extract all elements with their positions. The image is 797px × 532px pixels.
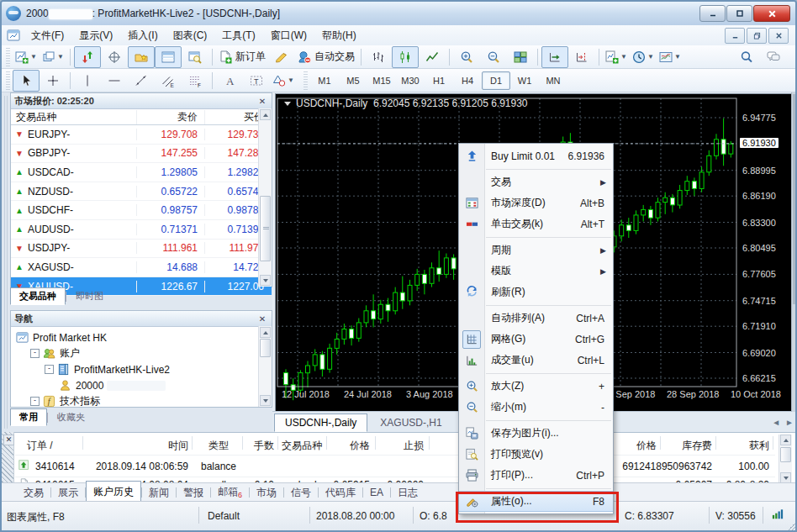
line-chart-button[interactable] xyxy=(419,46,446,68)
timeframe-mn[interactable]: MN xyxy=(539,71,567,90)
context-menu-item-4[interactable]: 单击交易(k)Alt+T xyxy=(459,213,613,234)
market-watch-row[interactable]: ▼USDJPY-111.961111.978 xyxy=(11,240,272,259)
column-header-bid[interactable]: 卖价 xyxy=(137,110,205,124)
toolbar-grip[interactable] xyxy=(6,71,10,90)
candles-button[interactable] xyxy=(392,46,419,68)
scroll-down-icon[interactable] xyxy=(260,275,271,286)
search-button[interactable] xyxy=(733,46,760,68)
chart-tab-1[interactable]: XAGUSD-,H1 xyxy=(369,413,452,432)
column-header-symbol[interactable]: 交易品种 xyxy=(11,110,137,124)
tree-expander-icon[interactable]: - xyxy=(30,397,40,406)
channel-button[interactable]: E xyxy=(155,70,182,92)
market-watch-tab-1[interactable]: 即时图 xyxy=(66,287,113,305)
crosshair-button[interactable] xyxy=(40,70,66,92)
terminal-tab-8[interactable]: 代码库 xyxy=(319,484,362,502)
shapes-button[interactable]: ▼ xyxy=(270,70,297,92)
menu-2[interactable]: 插入(I) xyxy=(120,26,165,45)
timeframe-m30[interactable]: M30 xyxy=(396,71,425,90)
context-menu-item-17[interactable]: 保存为图片(i)... xyxy=(459,423,613,444)
terminal-tab-5[interactable]: 邮箱6 xyxy=(211,483,249,501)
market-watch-row[interactable]: ▼EURJPY-129.708129.730 xyxy=(11,125,272,145)
market-watch-button[interactable] xyxy=(74,46,101,68)
text-button[interactable]: A xyxy=(216,70,243,92)
context-menu-item-18[interactable]: 打印预览(v) xyxy=(459,444,613,465)
context-menu-item-0[interactable]: Buy Limit 0.016.91936 xyxy=(459,145,613,166)
market-watch-row[interactable]: ▲AUDUSD-0.713710.71390 xyxy=(11,220,272,240)
maximize-button[interactable] xyxy=(726,5,752,22)
context-menu-item-8[interactable]: 刷新(R) xyxy=(459,282,613,303)
timeframe-h4[interactable]: H4 xyxy=(453,71,482,90)
menu-6[interactable]: 帮助(H) xyxy=(314,26,364,45)
child-restore-button[interactable] xyxy=(747,28,767,44)
vline-button[interactable] xyxy=(74,70,101,92)
scroll-up-icon[interactable] xyxy=(260,109,271,120)
terminal-tab-7[interactable]: 信号 xyxy=(284,484,318,502)
toolbar-grip[interactable] xyxy=(303,71,308,90)
tree-item[interactable]: -ProfitMarketHK-Live2 xyxy=(11,361,272,377)
terminal-tab-1[interactable]: 展示 xyxy=(51,484,85,502)
chart-menu-caret-icon[interactable] xyxy=(284,102,291,106)
timeframe-w1[interactable]: W1 xyxy=(510,71,539,90)
data-window-button[interactable] xyxy=(101,46,128,68)
timeframe-h1[interactable]: H1 xyxy=(425,71,453,90)
navigator-tab-0[interactable]: 常用 xyxy=(10,408,47,426)
timeframe-d1[interactable]: D1 xyxy=(482,71,510,90)
navigator-scrollbar[interactable] xyxy=(258,326,272,407)
scroll-down-icon[interactable] xyxy=(260,395,271,406)
tree-expander-icon[interactable]: - xyxy=(45,365,54,374)
chart-right-scrollbar[interactable] xyxy=(791,92,797,412)
tile-windows-button[interactable] xyxy=(507,46,534,68)
context-menu-item-3[interactable]: 市场深度(D)Alt+B xyxy=(459,192,613,213)
toolbar-grip[interactable] xyxy=(6,48,10,66)
tree-expander-icon[interactable]: - xyxy=(30,349,40,358)
terminal-close-icon[interactable]: ✕ xyxy=(3,435,14,445)
chart-shift-button[interactable] xyxy=(568,46,595,68)
price-axis[interactable]: 6.947756.889956.861906.833006.804956.776… xyxy=(737,93,791,413)
context-menu-item-11[interactable]: 网格(G)Ctrl+G xyxy=(459,329,613,350)
market-watch-scrollbar[interactable] xyxy=(258,108,272,287)
scroll-thumb[interactable] xyxy=(260,196,271,261)
terminal-tab-0[interactable]: 交易 xyxy=(17,484,50,502)
context-menu-item-2[interactable]: 交易▶ xyxy=(459,171,613,192)
scroll-up-icon[interactable] xyxy=(780,435,791,445)
scroll-up-icon[interactable] xyxy=(260,327,271,338)
autoscroll-button[interactable] xyxy=(541,46,568,68)
context-menu-item-14[interactable]: 放大(Z)+ xyxy=(459,376,613,397)
scroll-thumb[interactable] xyxy=(260,339,271,357)
tab-scroll-left-icon[interactable]: ◄ xyxy=(772,418,780,427)
timeframe-m1[interactable]: M1 xyxy=(310,71,339,90)
terminal-button[interactable] xyxy=(155,46,182,68)
zoom-in-button[interactable] xyxy=(453,46,480,68)
terminal-scrollbar[interactable] xyxy=(779,435,792,483)
tester-button[interactable] xyxy=(182,46,208,68)
cursor-button[interactable] xyxy=(13,70,40,92)
timeframe-m15[interactable]: M15 xyxy=(367,71,396,90)
market-watch-row[interactable]: ▲USDCAD-1.298051.29828 xyxy=(11,163,272,182)
navigator-tab-1[interactable]: 收藏夹 xyxy=(48,408,94,426)
close-button[interactable] xyxy=(753,5,790,22)
market-watch-tab-0[interactable]: 交易品种 xyxy=(10,287,66,305)
resize-grip[interactable] xyxy=(786,520,797,532)
context-menu-item-19[interactable]: 打印(P)...Ctrl+P xyxy=(459,465,613,486)
menu-0[interactable]: 文件(F) xyxy=(24,26,71,45)
menu-5[interactable]: 窗口(W) xyxy=(263,26,314,45)
market-watch-row[interactable]: ▼GBPJPY-147.255147.289 xyxy=(11,145,272,164)
terminal-tab-4[interactable]: 警报 xyxy=(177,484,210,502)
fibo-button[interactable]: F xyxy=(182,70,208,92)
child-minimize-button[interactable] xyxy=(725,28,745,44)
terminal-tab-2[interactable]: 账户历史 xyxy=(86,481,141,502)
terminal-tab-3[interactable]: 新闻 xyxy=(142,484,176,502)
profiles-button[interactable]: ▼ xyxy=(40,46,66,68)
timeframe-m5[interactable]: M5 xyxy=(339,71,367,90)
tree-item[interactable]: -f技术指标 xyxy=(11,393,272,409)
market-watch-row[interactable]: ▲USDCHF-0.987570.98781 xyxy=(11,201,272,220)
minimize-button[interactable] xyxy=(699,5,726,22)
new-order-button[interactable]: 新订单 xyxy=(216,46,268,68)
market-watch-close-icon[interactable]: ✕ xyxy=(256,97,268,106)
context-menu-item-15[interactable]: 缩小(m)- xyxy=(459,397,613,418)
context-menu-item-12[interactable]: 成交量(u)Ctrl+L xyxy=(459,350,613,371)
terminal-tab-10[interactable]: 日志 xyxy=(391,484,425,502)
child-close-button[interactable] xyxy=(768,28,789,44)
tree-item[interactable]: 20000 xyxy=(11,377,272,393)
zoom-out-button[interactable] xyxy=(480,46,507,68)
